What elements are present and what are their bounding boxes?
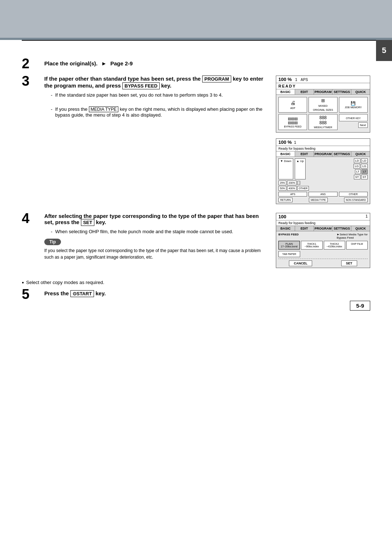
other-size: OTHER bbox=[297, 186, 309, 191]
step-2-number: 2 bbox=[22, 57, 40, 70]
lt-copy: LT bbox=[355, 169, 361, 174]
screen-2-header: 100 % 1 bbox=[276, 139, 370, 146]
step-2: 2 Place the original(s). ► Page 2-9 bbox=[22, 58, 370, 70]
screen-1-pct: 100 % 1 APS bbox=[278, 77, 308, 82]
screen-3-container: 100 1 Ready for bypass feeding BASIC EDI… bbox=[276, 213, 370, 274]
screen-1: 100 % 1 APS READY BASIC EDIT PROGRAM SET… bbox=[276, 76, 370, 133]
step-4-bullet-1: When selecting OHP film, the hole punch … bbox=[51, 229, 269, 234]
step-4-content: After selecting the paper type correspon… bbox=[44, 213, 269, 266]
tab-paper-btn: TAB PAPER bbox=[278, 251, 300, 257]
media-type-key: MEDIA TYPE bbox=[89, 106, 119, 112]
ratio-input: □ bbox=[297, 181, 300, 185]
s3-tab-quick: QUICK bbox=[351, 226, 370, 231]
ld-orig: LD bbox=[361, 158, 368, 163]
plain-btn: PLAIN 17~20lbs.bond bbox=[278, 241, 300, 250]
up-key: ▲ Up bbox=[295, 158, 306, 179]
screen-3-status: Ready for bypass feeding bbox=[276, 220, 370, 226]
s2-tab-program: PROGRAM bbox=[314, 151, 333, 157]
s2-tab-settings: SETTINGS bbox=[332, 151, 351, 157]
step-5-content: Press the ⊙START key. bbox=[44, 290, 370, 299]
other-key-btn: OTHER KEY bbox=[339, 114, 368, 121]
main-content: 2 Place the original(s). ► Page 2-9 3 If… bbox=[0, 47, 392, 321]
screen-1-header: 100 % 1 APS bbox=[276, 76, 370, 83]
thick1-btn: THICK1 ~90lbs.index bbox=[301, 241, 322, 250]
media-type-row-2: TAB PAPER bbox=[278, 251, 368, 257]
select-bullet: Select other copy modes as required. bbox=[22, 280, 370, 285]
s3-tab-settings: SETTINGS bbox=[332, 226, 351, 231]
lg-copy: LG bbox=[354, 164, 360, 169]
horizontal-rule bbox=[22, 40, 376, 41]
tab-settings: SETTINGS bbox=[332, 89, 351, 94]
screen-3-tabs: BASIC EDIT PROGRAM SETTINGS QUICK bbox=[276, 226, 370, 231]
program-key: PROGRAM bbox=[202, 76, 231, 82]
bypass-feed-btn: ▤▤▤▤▤▤ BYPASS FEED bbox=[278, 114, 307, 130]
tip-text: If you select the paper type not corresp… bbox=[44, 247, 269, 260]
step-4: 4 After selecting the paper type corresp… bbox=[22, 213, 370, 274]
other-btn: OTHER bbox=[339, 192, 368, 197]
screen-3: 100 1 Ready for bypass feeding BASIC EDI… bbox=[276, 213, 370, 268]
original-sizes-btn: ⊞MIXED ORIGINAL SIZES bbox=[309, 97, 337, 113]
step-5-number: 5 bbox=[22, 287, 40, 301]
step-2-place-text: Place the original(s). bbox=[44, 60, 98, 66]
step-5-text: Press the ⊙START key. bbox=[44, 290, 370, 297]
bypass-label: BYPASS FEED bbox=[278, 233, 299, 239]
s3-tab-edit: EDIT bbox=[295, 226, 314, 231]
job-memory-btn: 💾 JOB MEMORY bbox=[339, 97, 368, 113]
step-5-area: Select other copy modes as required. 5 P… bbox=[22, 280, 370, 301]
tab-edit: EDIT bbox=[295, 89, 314, 94]
step-5: 5 Press the ⊙START key. bbox=[22, 289, 370, 301]
step-2-arrow: ► bbox=[101, 60, 107, 66]
tip-label: Tip bbox=[44, 239, 61, 245]
screen-2-tabs: BASIC EDIT PROGRAM SETTINGS QUICK bbox=[276, 151, 370, 157]
screen-3-footer: CANCEL SET bbox=[278, 260, 368, 266]
pct-25: 25% bbox=[278, 181, 286, 185]
step-2-page-ref: Page 2-9 bbox=[110, 60, 133, 66]
lt-orig: LT bbox=[362, 169, 368, 174]
tab-quick: QUICK bbox=[351, 89, 370, 94]
screen-3-body: BYPASS FEED ►Select Media Type for Bypas… bbox=[276, 231, 370, 268]
thick2-btn: THICK2 ~410lbs.index bbox=[324, 241, 345, 250]
screen-1-body: 🖨 ADF ⊞MIXED ORIGINAL SIZES 💾 JOB MEMORY… bbox=[276, 95, 370, 132]
step-3-heading: If the paper other than standard type ha… bbox=[44, 76, 269, 89]
adf-btn: 🖨 ADF bbox=[278, 97, 307, 113]
step-4-number: 4 bbox=[22, 211, 40, 225]
next-btn: Next bbox=[358, 122, 368, 128]
pct-50: 50% bbox=[278, 186, 286, 191]
down-key: ▼ Down bbox=[278, 158, 293, 179]
ohp-film-btn: OHP FILM bbox=[346, 241, 368, 250]
step-3-bullet-2: If you press the MEDIA TYPE key on the r… bbox=[51, 106, 269, 118]
step-3: 3 If the paper other than standard type … bbox=[22, 76, 370, 210]
step-2-content: Place the original(s). ► Page 2-9 bbox=[44, 58, 370, 69]
step-3-bullet-1: If the standard size paper has been set,… bbox=[51, 92, 269, 98]
lg-orig: LG bbox=[361, 164, 368, 169]
pct-200: 200% bbox=[287, 181, 297, 185]
non-standard-btn: NON STANDARD bbox=[344, 198, 368, 202]
select-label: ►Select Media Type for Bypass Feed bbox=[337, 233, 368, 239]
bypass-feed-key: BYPASS FEED bbox=[122, 82, 160, 89]
cancel-btn: CANCEL bbox=[289, 260, 312, 266]
step-2-text: Place the original(s). ► Page 2-9 bbox=[44, 58, 370, 66]
media-type-row-1: PLAIN 17~20lbs.bond THICK1 ~90lbs.index … bbox=[278, 241, 368, 250]
st-orig: ST bbox=[361, 175, 368, 179]
s2-tab-basic: BASIC bbox=[276, 151, 295, 157]
aps-btn: APS bbox=[278, 192, 307, 197]
step-3-number: 3 bbox=[22, 74, 40, 88]
screen-1-tabs: BASIC EDIT PROGRAM SETTINGS QUICK bbox=[276, 89, 370, 95]
tab-program: PROGRAM bbox=[314, 89, 333, 94]
s3-tab-basic: BASIC bbox=[276, 226, 295, 231]
set-btn: SET bbox=[341, 260, 357, 266]
step-3-screens: 100 % 1 APS READY BASIC EDIT PROGRAM SET… bbox=[276, 76, 370, 210]
weeklytimer-btn: 888888 WEEKLYTIMER bbox=[309, 114, 337, 130]
screen-2-body: ▼ Down ▲ Up LD LD LG LG bbox=[276, 157, 370, 204]
media-type-btn: MEDIA TYPE bbox=[309, 198, 328, 202]
pct-400: 400% bbox=[287, 186, 297, 191]
start-key: ⊙START bbox=[70, 290, 94, 297]
s2-tab-edit: EDIT bbox=[295, 151, 314, 157]
screen-2-status: Ready for bypass feeding bbox=[276, 146, 370, 151]
ld-copy: LD bbox=[354, 158, 360, 163]
step-4-heading: After selecting the paper type correspon… bbox=[44, 213, 269, 226]
step-3-content: If the paper other than standard type ha… bbox=[44, 76, 269, 101]
set-key: SET bbox=[81, 219, 94, 226]
screen-2: 100 % 1 Ready for bypass feeding BASIC E… bbox=[276, 138, 370, 204]
step-4-left: 4 After selecting the paper type corresp… bbox=[22, 213, 269, 266]
